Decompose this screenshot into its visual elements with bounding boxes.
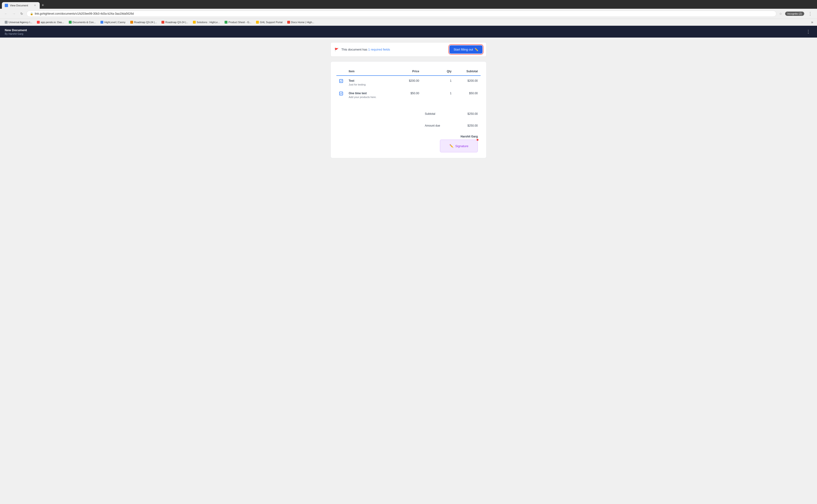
bookmark-label: HighLevel | Canny [104,21,125,24]
signer-name: Harshit Garg [460,135,478,138]
signature-label: Signature [455,144,468,148]
active-tab[interactable]: View Document × [2,2,40,9]
bookmark-favicon [69,21,72,24]
bookmark-roadmap2[interactable]: Roadmap Q3-24 |... [159,20,190,24]
row2-item-cell: One time test Add your products here. [346,88,397,101]
bookmark-favicon [37,21,40,24]
row2-qty: 1 [422,88,454,101]
signature-section: Harshit Garg ✏️ Signature [336,135,481,152]
app-header-text: New Document By Harshit Garg [5,28,804,35]
document-author: By Harshit Garg [5,32,804,35]
bookmark-favicon [130,21,133,24]
required-indicator [477,139,478,141]
bookmarks-bar: Universal Agency I... app.pendo.io: Das.… [0,19,817,26]
bookmark-label: Product Sheet - G... [229,21,251,24]
row1-item-name: Test [349,79,395,82]
row2-subtotal: $50.00 [454,88,481,101]
bookmark-favicon [256,21,259,24]
subtotal-value: $250.00 [454,110,481,117]
signature-box[interactable]: ✏️ Signature [440,140,478,152]
bookmark-roadmap1[interactable]: Roadmap Q3-24 |... [128,20,158,24]
tab-close-button[interactable]: × [33,4,37,7]
bookmark-universal[interactable]: Universal Agency I... [3,20,34,24]
price-header: Price [397,67,422,76]
bookmark-label: Universal Agency I... [9,21,32,24]
bookmark-documents[interactable]: Documents & Con... [67,20,98,24]
browser-chrome: View Document × + ← → ↻ 🔒 link.gohighlev… [0,0,817,26]
row2-item-desc: Add your products here. [349,96,395,98]
back-button[interactable]: ← [3,11,9,17]
bookmark-solutions[interactable]: Solutions : HighLe... [191,20,222,24]
address-bar[interactable]: 🔒 link.gohighlevel.com/documents/v1/b203… [26,11,776,17]
notification-text: This document has 1 required fields [341,48,447,51]
row1-qty: 1 [422,76,454,88]
bookmark-label: Documents & Con... [73,21,96,24]
subtotal-header: Subtotal [454,67,481,76]
bookmark-favicon [161,21,164,24]
row1-checkbox-cell [336,76,346,88]
row1-item-cell: Test Just for testing [346,76,397,88]
bookmark-label: Roadmap Q3-24 |... [134,21,157,24]
amount-due-row: Amount due $250.00 [336,122,481,129]
items-table: Item Price Qty Subtotal [336,67,481,129]
start-filling-button[interactable]: Start filling out ✏️ [449,45,482,54]
forward-button[interactable]: → [11,11,17,17]
header-menu-button[interactable]: ⋮ [804,28,812,35]
qty-header: Qty [422,67,454,76]
nav-bar: ← → ↻ 🔒 link.gohighlevel.com/documents/v… [0,9,817,19]
bookmark-docs[interactable]: Docs Home | High... [285,20,316,24]
bookmark-favicon [5,21,8,24]
amount-due-value: $250.00 [454,122,481,129]
row2-checkbox-cell [336,88,346,101]
document-card: Item Price Qty Subtotal [331,61,486,158]
bookmark-label: Docs Home | High... [291,21,314,24]
bookmark-star-button[interactable]: ☆ [778,11,783,17]
incognito-button[interactable]: Incognito (2) [785,12,804,16]
row2-price: $50.00 [397,88,422,101]
bookmark-favicon [100,21,103,24]
lock-icon: 🔒 [30,12,33,15]
bookmark-favicon [193,21,196,24]
start-filling-label: Start filling out [454,48,473,51]
bookmark-pendo[interactable]: app.pendo.io: Das... [35,20,66,24]
bookmark-favicon [225,21,228,24]
document-title: New Document [5,28,804,32]
app-header: New Document By Harshit Garg ⋮ [0,26,817,38]
tab-favicon [5,4,8,7]
bookmark-label: Solutions : HighLe... [197,21,220,24]
checkmark-icon [340,80,342,82]
checkbox-header-col [336,67,346,76]
bookmark-support[interactable]: GHL Support Portal [254,20,284,24]
edit-icon: ✏️ [474,48,478,51]
bookmark-label: Roadmap Q3-24 |... [165,21,188,24]
row1-subtotal: $200.00 [454,76,481,88]
subtotal-row: Subtotal $250.00 [336,110,481,117]
new-tab-button[interactable]: + [40,2,46,9]
subtotal-label: Subtotal [422,110,454,117]
bookmark-product[interactable]: Product Sheet - G... [223,20,253,24]
notification-highlight: 1 required fields [368,48,390,51]
bookmarks-more-button[interactable]: » [810,20,814,25]
bookmark-label: app.pendo.io: Das... [41,21,64,24]
row2-checkbox[interactable] [339,92,343,95]
checkmark-icon [340,92,342,95]
notification-text-prefix: This document has [341,48,368,51]
row1-price: $200.00 [397,76,422,88]
row2-item-name: One time test [349,92,395,95]
item-header: Item [346,67,397,76]
signature-pen-icon: ✏️ [449,144,453,148]
spacer-row [336,101,481,110]
notification-bar: 🚩 This document has 1 required fields St… [331,42,486,57]
browser-menu-button[interactable]: ⋮ [806,10,814,17]
table-row: Test Just for testing $200.00 1 $200.00 [336,76,481,88]
table-row: One time test Add your products here. $5… [336,88,481,101]
refresh-button[interactable]: ↻ [19,11,25,17]
bookmark-label: GHL Support Portal [260,21,283,24]
main-content: 🚩 This document has 1 required fields St… [0,38,817,504]
spacer-row-2 [336,117,481,122]
bookmark-favicon [287,21,290,24]
tab-bar: View Document × + [0,0,817,9]
row1-checkbox[interactable] [339,79,343,83]
bookmark-highlevel[interactable]: HighLevel | Canny [98,20,127,24]
amount-due-label: Amount due [422,122,454,129]
